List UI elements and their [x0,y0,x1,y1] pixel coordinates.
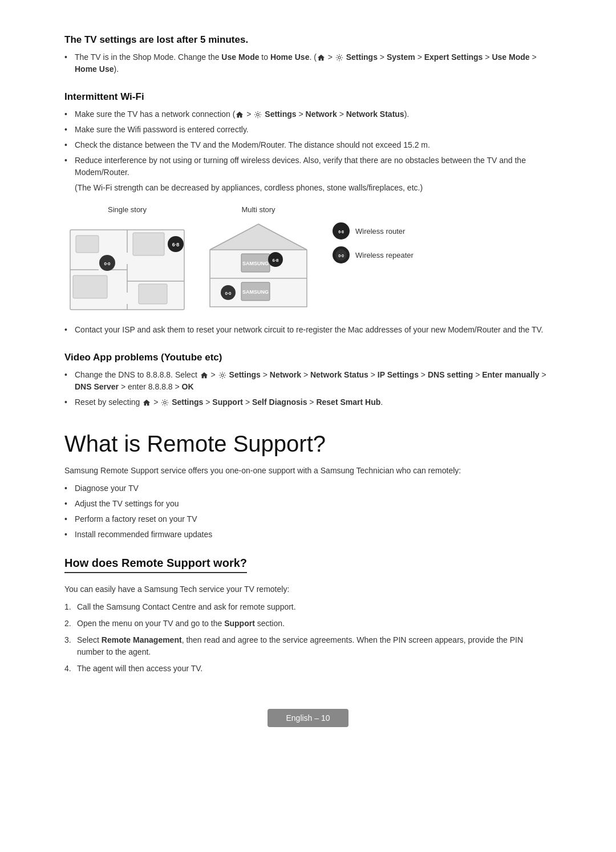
svg-point-0 [338,56,341,59]
list-item: Check the distance between the TV and th… [64,139,552,151]
video-app-heading: Video App problems (Youtube etc) [64,352,552,363]
multi-story-label: Multi story [241,205,275,214]
list-item: Change the DNS to 8.8.8.8. Select > Sett… [64,369,552,393]
how-remote-support-section: How does Remote Support work? You can ea… [64,557,552,675]
svg-point-33 [164,401,166,404]
svg-text:SAMSUNG: SAMSUNG [242,289,269,295]
remote-support-section: What is Remote Support? Samsung Remote S… [64,431,552,541]
svg-rect-12 [73,275,107,298]
list-item: Make sure the Wifi password is entered c… [64,124,552,136]
diagram-row: Single story [64,205,552,313]
tv-settings-section: The TV settings are lost after 5 minutes… [64,34,552,75]
list-item: Adjust the TV settings for you [64,498,552,510]
svg-text:6·8: 6·8 [172,242,180,248]
svg-text:0·0: 0·0 [338,254,344,258]
how-remote-support-intro: You can easily have a Samsung Tech servi… [64,583,552,595]
list-item: Reduce interference by not using or turn… [64,155,552,178]
list-item: The TV is in the Shop Mode. Change the U… [64,51,552,75]
router-icon: 6·8 [333,222,350,240]
wifi-section: Intermittent Wi-Fi Make sure the TV has … [64,91,552,336]
remote-support-heading: What is Remote Support? [64,431,552,457]
wifi-list: Make sure the TV has a network connectio… [64,108,552,178]
remote-support-list: Diagnose your TV Adjust the TV settings … [64,482,552,541]
svg-rect-11 [139,284,167,304]
svg-text:6·8: 6·8 [338,230,344,234]
multi-story-svg: SAMSUNG SAMSUNG 6·8 0·0 [201,218,315,313]
list-item: Reset by selecting > Settings > Support … [64,396,552,408]
svg-marker-18 [210,224,307,250]
svg-text:6·8: 6·8 [272,258,279,263]
single-story-diagram: Single story [64,205,190,313]
video-app-section: Video App problems (Youtube etc) Change … [64,352,552,408]
list-item: Diagnose your TV [64,482,552,494]
svg-point-1 [257,113,259,116]
wifi-contact-list: Contact your ISP and ask them to reset y… [64,324,552,336]
tv-settings-heading: The TV settings are lost after 5 minutes… [64,34,552,46]
footer-label: English – 10 [268,709,348,727]
svg-text:SAMSUNG: SAMSUNG [242,261,269,266]
how-remote-support-steps: Call the Samsung Contact Centre and ask … [64,601,552,675]
list-item: Install recommended firmware updates [64,529,552,541]
svg-rect-9 [76,236,99,253]
how-remote-support-heading: How does Remote Support work? [64,557,247,573]
wifi-note: (The Wi-Fi strength can be decreased by … [75,182,552,194]
wifi-heading: Intermittent Wi-Fi [64,91,552,103]
legend-router: 6·8 Wireless router [333,222,414,240]
list-item: Select Remote Management, then read and … [64,634,552,658]
router-label: Wireless router [355,227,405,236]
list-item: Open the menu on your TV and go to the S… [64,618,552,630]
svg-text:0·0: 0·0 [104,261,111,266]
repeater-icon: 0·0 [333,246,350,263]
svg-text:0·0: 0·0 [225,291,232,296]
page-content: The TV settings are lost after 5 minutes… [64,34,552,727]
list-item: Call the Samsung Contact Centre and ask … [64,601,552,613]
list-item: Make sure the TV has a network connectio… [64,108,552,120]
legend: 6·8 Wireless router 0·0 Wireless repeate… [333,205,414,263]
single-story-svg: 6·8 0·0 [64,218,190,313]
list-item: The agent will then access your TV. [64,663,552,675]
list-item: Contact your ISP and ask them to reset y… [64,324,552,336]
video-app-list: Change the DNS to 8.8.8.8. Select > Sett… [64,369,552,408]
remote-support-intro: Samsung Remote Support service offers yo… [64,465,552,477]
multi-story-diagram: Multi story SAMSUNG SAMSUNG 6·8 [201,205,315,313]
repeater-label: Wireless repeater [355,251,414,259]
tv-settings-bullet1: The TV is in the Shop Mode. Change the U… [75,52,537,74]
footer: English – 10 [64,709,552,727]
svg-rect-10 [133,233,164,255]
svg-point-32 [221,374,223,376]
list-item: Perform a factory reset on your TV [64,513,552,525]
legend-repeater: 0·0 Wireless repeater [333,246,414,263]
tv-settings-list: The TV is in the Shop Mode. Change the U… [64,51,552,75]
single-story-label: Single story [108,205,147,214]
